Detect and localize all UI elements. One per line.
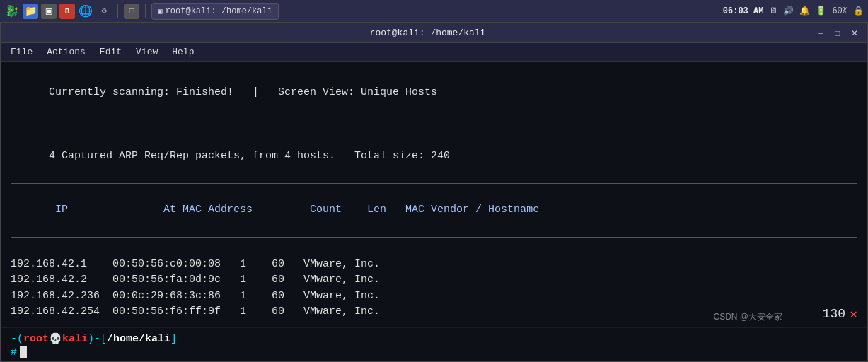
empty-line: [11, 117, 857, 133]
bottom-right-counter: 130 ✕: [823, 306, 857, 322]
screen-icon: 🖥: [769, 6, 777, 16]
prompt-path: /home/kali: [107, 333, 170, 345]
scan-status-text: Currently scanning: Finished! | Screen V…: [49, 86, 437, 98]
files-icon[interactable]: 📁: [23, 4, 38, 19]
terminal-window: root@kali: /home/kali − □ ✕ File Actions…: [0, 23, 868, 362]
active-terminal-app[interactable]: ▣ root@kali: /home/kali: [151, 3, 279, 20]
menubar: File Actions Edit View Help: [1, 43, 867, 62]
prompt-host: kali: [62, 333, 88, 345]
table-divider-top: [11, 183, 857, 184]
taskbar-divider2: [145, 4, 146, 18]
table-spacer: [11, 240, 857, 257]
taskbar-right: 06:03 AM 🖥 🔊 🔔 🔋 60% 🔒: [723, 6, 864, 16]
counter-x: ✕: [850, 306, 857, 322]
table-row: 192.168.42.2 00:50:56:fa:0d:9c 1 60 VMwa…: [11, 272, 857, 288]
prompt-user: root: [23, 333, 49, 345]
menu-edit[interactable]: Edit: [94, 45, 127, 59]
window-title: root@kali: /home/kali: [370, 28, 486, 38]
menu-view[interactable]: View: [130, 45, 163, 59]
taskbar-icons: 🐉 📁 ▣ B 🌐 ⚙ □ ▣ root@kali: /home/kali: [4, 3, 279, 20]
menu-help[interactable]: Help: [166, 45, 199, 59]
taskbar-divider: [117, 4, 118, 18]
taskbar: 🐉 📁 ▣ B 🌐 ⚙ □ ▣ root@kali: /home/kali 06…: [0, 0, 868, 23]
window-titlebar: root@kali: /home/kali − □ ✕: [1, 23, 867, 43]
prompt-input-line: #: [11, 346, 857, 358]
terminal-icon[interactable]: ▣: [41, 4, 57, 19]
kali-icon[interactable]: 🐉: [4, 4, 20, 19]
capture-summary-text: 4 Captured ARP Req/Rep packets, from 4 h…: [49, 150, 450, 162]
box-icon[interactable]: □: [124, 4, 139, 19]
prompt-dash: -(: [11, 333, 23, 345]
speaker-icon: 🔊: [783, 6, 794, 16]
cursor: [20, 346, 27, 358]
capture-summary-line: 4 Captured ARP Req/Rep packets, from 4 h…: [11, 132, 857, 180]
battery-icon: 🔋: [816, 6, 826, 16]
battery-level: 60%: [832, 6, 847, 16]
minimize-button[interactable]: −: [814, 27, 828, 40]
bell-icon: 🔔: [799, 6, 810, 16]
table-header-row: IP At MAC Address Count Len MAC Vendor /…: [11, 187, 857, 235]
table-header-text: IP At MAC Address Count Len MAC Vendor /…: [49, 204, 539, 216]
scan-status-line: Currently scanning: Finished! | Screen V…: [11, 69, 857, 117]
maximize-button[interactable]: □: [831, 27, 845, 40]
close-button[interactable]: ✕: [847, 27, 862, 40]
active-app-label: root@kali: /home/kali: [166, 6, 272, 16]
table-row: 192.168.42.236 00:0c:29:68:3c:86 1 60 VM…: [11, 288, 857, 305]
prompt-hash: #: [11, 346, 17, 358]
table-divider-bottom: [11, 237, 857, 238]
prompt-closing-paren: )-[: [88, 333, 107, 345]
time-display: 06:03 AM: [723, 6, 764, 16]
settings-icon[interactable]: ⚙: [96, 4, 112, 19]
menu-file[interactable]: File: [5, 45, 38, 59]
globe-icon[interactable]: 🌐: [78, 4, 93, 19]
watermark: CSDN @大安全家: [713, 311, 782, 323]
active-app-icon: ▣: [158, 6, 163, 16]
terminal-content: Currently scanning: Finished! | Screen V…: [1, 62, 867, 327]
burp-icon[interactable]: B: [59, 4, 75, 19]
table-row: 192.168.42.1 00:50:56:c0:00:08 1 60 VMwa…: [11, 257, 857, 273]
prompt-line: -( root 💀 kali )-[ /home/kali ]: [11, 332, 857, 346]
counter-number: 130: [823, 307, 845, 321]
prompt-bracket: ]: [170, 333, 177, 345]
window-controls: − □ ✕: [814, 27, 862, 40]
lock-icon: 🔒: [853, 6, 864, 16]
menu-actions[interactable]: Actions: [41, 45, 91, 59]
prompt-area: -( root 💀 kali )-[ /home/kali ] #: [1, 327, 867, 361]
prompt-skull: 💀: [49, 332, 62, 346]
